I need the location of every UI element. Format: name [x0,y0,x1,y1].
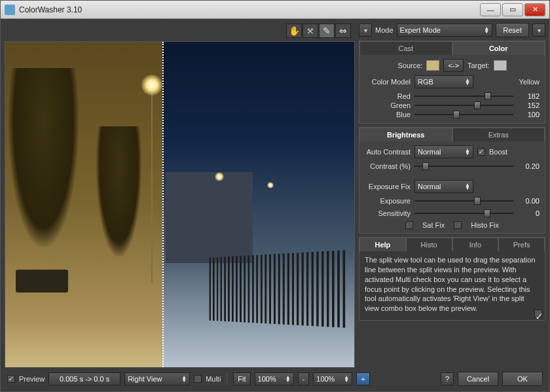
scene-lamppost [151,88,153,283]
channel-value: 152 [517,101,540,109]
channel-label: Green [365,101,411,109]
contrast-slider[interactable] [414,162,513,171]
tab-histo[interactable]: Histo [406,238,452,251]
scene-lamp [215,172,224,181]
app-window: ColorWasher 3.10 — ▭ ✕ ✋ ⤧ ✎ ⇔ [0,0,550,392]
cancel-button[interactable]: Cancel [458,372,498,386]
sensitivity-value: 0 [517,209,540,217]
color-model-label: Color Model [365,78,411,86]
zoom-left-select[interactable]: 100%▲▼ [255,372,294,385]
swap-button[interactable]: <-> [443,59,464,72]
source-label: Source: [397,62,422,69]
reset-menu-button[interactable]: ▾ [532,24,545,37]
multi-label: Multi [206,375,221,383]
channel-label: Red [365,92,411,100]
auto-contrast-label: Auto Contrast [365,148,411,156]
boost-checkbox[interactable]: ✓ [477,148,485,156]
source-swatch[interactable] [426,60,439,71]
histofix-checkbox[interactable] [454,221,462,229]
sensitivity-label: Sensitivity [365,209,411,217]
split-divider[interactable] [162,42,164,367]
preview-label: Preview [19,375,45,383]
tab-help[interactable]: Help [359,238,406,251]
eyedropper-tool-icon[interactable]: ✎ [319,24,335,38]
reset-button[interactable]: Reset [496,23,529,37]
tab-cast[interactable]: Cast [359,41,452,55]
contrast-pct-label: Contrast (%) [365,162,411,170]
exposure-slider[interactable] [414,196,513,205]
updown-icon: ▲▼ [465,183,470,190]
fit-button[interactable]: Fit [233,372,250,385]
channel-value: 100 [517,111,540,118]
brightness-panel: Brightness Extras Auto Contrast Normal ▲… [359,127,545,234]
titlebar[interactable]: ColorWasher 3.10 — ▭ ✕ [1,1,549,19]
tab-info[interactable]: Info [452,238,499,251]
red-slider[interactable] [414,92,513,101]
zoom-minus-button[interactable]: - [298,372,310,385]
scene-tree [96,126,141,257]
updown-icon: ▲▼ [285,376,291,382]
updown-icon: ▲▼ [465,79,470,85]
preset-menu-button[interactable]: ▾ [359,24,372,37]
target-swatch[interactable] [494,60,507,71]
scene-lamp [267,182,274,188]
view-select[interactable]: Right View ▲▼ [124,372,190,385]
tab-color[interactable]: Color [452,41,545,55]
preview-toolbar: ✋ ⤧ ✎ ⇔ [5,23,355,39]
updown-icon: ▲▼ [344,376,349,382]
updown-icon: ▲▼ [484,27,489,33]
tab-extras[interactable]: Extras [452,128,545,141]
help-toggle-checkbox[interactable]: ✓ [534,310,542,317]
help-button[interactable]: ? [441,372,454,385]
move-tool-icon[interactable]: ⤧ [302,24,318,38]
close-button[interactable]: ✕ [524,3,545,16]
green-slider[interactable] [414,101,513,110]
tab-prefs[interactable]: Prefs [498,238,545,251]
multi-checkbox[interactable] [194,375,202,383]
exposure-value: 0.00 [517,197,540,205]
auto-contrast-select[interactable]: Normal ▲▼ [414,145,473,158]
boost-label: Boost [489,148,507,156]
maximize-button[interactable]: ▭ [502,3,523,16]
scene-lamp [141,75,162,96]
exposure-label: Exposure [365,197,411,205]
mode-label: Mode [375,26,394,34]
split-tool-icon[interactable]: ⇔ [335,24,351,38]
channel-value: 182 [517,92,540,100]
help-panel: Help Histo Info Prefs The split view too… [359,237,545,321]
sensitivity-slider[interactable] [414,209,513,218]
updown-icon: ▲▼ [465,149,470,155]
target-label: Target: [468,62,490,69]
blue-slider[interactable] [414,110,513,119]
histofix-label: Histo Fix [471,221,499,229]
hand-tool-icon[interactable]: ✋ [286,24,302,38]
scene-tree [9,68,79,247]
scene-car [16,270,68,293]
scene-building [166,172,253,263]
footer: ✓ Preview 0.005 s -> 0.0 s Right View ▲▼… [5,370,545,387]
preview-checkbox[interactable]: ✓ [7,375,15,383]
updown-icon: ▲▼ [181,376,187,382]
satfix-label: Sat Fix [422,221,445,229]
zoom-right-select[interactable]: 100%▲▼ [313,372,352,385]
scene-fence [210,250,348,328]
help-text: The split view tool can be used to drag … [359,251,545,320]
color-hint: Yellow [519,78,540,86]
channel-label: Blue [365,111,411,118]
mode-select[interactable]: Expert Mode ▲▼ [397,24,493,37]
ok-button[interactable]: OK [502,372,543,386]
exposure-fix-label: Exposure Fix [365,183,411,190]
tab-brightness[interactable]: Brightness [359,128,452,141]
satfix-checkbox[interactable] [405,221,413,229]
window-title: ColorWasher 3.10 [19,5,480,14]
zoom-plus-button[interactable]: + [356,372,369,385]
app-icon [5,5,15,15]
color-model-select[interactable]: RGB ▲▼ [414,75,473,88]
image-preview[interactable] [5,41,355,368]
timing-display: 0.005 s -> 0.0 s [48,372,120,385]
color-panel: Cast Color Source: <-> Target: Color Mod… [359,41,545,124]
exposure-fix-select[interactable]: Normal ▲▼ [414,180,473,193]
contrast-value: 0.20 [517,162,540,170]
minimize-button[interactable]: — [480,3,501,16]
